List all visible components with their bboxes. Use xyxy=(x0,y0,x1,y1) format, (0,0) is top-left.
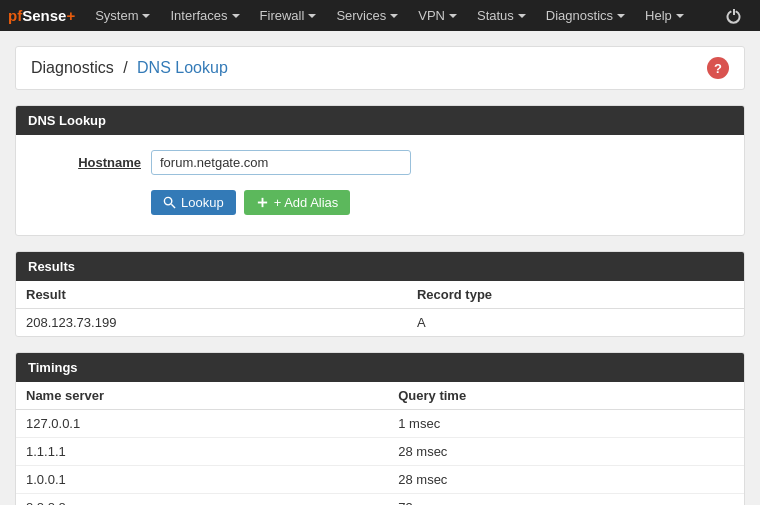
chevron-down-icon xyxy=(308,14,316,18)
hostname-form-group: Hostname xyxy=(31,150,729,175)
name-server-value: 1.1.1.1 xyxy=(16,438,388,466)
timings-col-server: Name server xyxy=(16,382,388,410)
results-panel: Results Result Record type 208.123.73.19… xyxy=(15,251,745,337)
chevron-down-icon xyxy=(232,14,240,18)
breadcrumb-parent: Diagnostics xyxy=(31,59,114,76)
navbar-right xyxy=(716,0,752,31)
plus-icon xyxy=(256,196,269,209)
svg-line-1 xyxy=(171,204,175,208)
chevron-down-icon xyxy=(518,14,526,18)
navbar: pfSense + System Interfaces Firewall Ser… xyxy=(0,0,760,31)
breadcrumb-current: DNS Lookup xyxy=(137,59,228,76)
chevron-down-icon xyxy=(617,14,625,18)
hostname-input[interactable] xyxy=(151,150,411,175)
dns-lookup-panel: DNS Lookup Hostname Lookup xyxy=(15,105,745,236)
table-row: 8.8.8.8 73 msec xyxy=(16,494,744,506)
results-table-head: Result Record type xyxy=(16,281,744,309)
chevron-down-icon xyxy=(142,14,150,18)
svg-point-0 xyxy=(164,197,171,204)
name-server-value: 8.8.8.8 xyxy=(16,494,388,506)
nav-item-services[interactable]: Services xyxy=(326,0,408,31)
record-type-value: A xyxy=(407,309,744,337)
timings-col-query: Query time xyxy=(388,382,744,410)
brand-plus: + xyxy=(66,7,75,24)
breadcrumb: Diagnostics / DNS Lookup ? xyxy=(15,46,745,90)
query-time-value: 1 msec xyxy=(388,410,744,438)
breadcrumb-separator: / xyxy=(123,59,127,76)
add-alias-button[interactable]: + Add Alias xyxy=(244,190,351,215)
lookup-button[interactable]: Lookup xyxy=(151,190,236,215)
dns-lookup-panel-body: Hostname Lookup + Add Alias xyxy=(16,135,744,235)
brand-logo[interactable]: pfSense + xyxy=(8,7,75,24)
results-panel-title: Results xyxy=(16,252,744,281)
nav-item-diagnostics[interactable]: Diagnostics xyxy=(536,0,635,31)
nav-item-interfaces[interactable]: Interfaces xyxy=(160,0,249,31)
table-row: 1.0.0.1 28 msec xyxy=(16,466,744,494)
action-buttons: Lookup + Add Alias xyxy=(31,185,729,220)
results-col-record-type: Record type xyxy=(407,281,744,309)
nav-item-status[interactable]: Status xyxy=(467,0,536,31)
brand-sense: Sense xyxy=(22,7,66,24)
results-table-body: 208.123.73.199 A xyxy=(16,309,744,337)
nav-item-help[interactable]: Help xyxy=(635,0,694,31)
nav-items: System Interfaces Firewall Services VPN … xyxy=(85,0,716,31)
query-time-value: 28 msec xyxy=(388,438,744,466)
chevron-down-icon xyxy=(676,14,684,18)
logout-button[interactable] xyxy=(716,0,752,31)
result-value: 208.123.73.199 xyxy=(16,309,407,337)
timings-table: Name server Query time 127.0.0.1 1 msec … xyxy=(16,382,744,505)
page-content: Diagnostics / DNS Lookup ? DNS Lookup Ho… xyxy=(0,31,760,505)
logout-icon xyxy=(726,8,742,24)
chevron-down-icon xyxy=(449,14,457,18)
timings-panel: Timings Name server Query time 127.0.0.1… xyxy=(15,352,745,505)
table-row: 127.0.0.1 1 msec xyxy=(16,410,744,438)
query-time-value: 28 msec xyxy=(388,466,744,494)
name-server-value: 127.0.0.1 xyxy=(16,410,388,438)
nav-item-vpn[interactable]: VPN xyxy=(408,0,467,31)
chevron-down-icon xyxy=(390,14,398,18)
breadcrumb-text: Diagnostics / DNS Lookup xyxy=(31,59,228,77)
timings-table-head: Name server Query time xyxy=(16,382,744,410)
results-col-result: Result xyxy=(16,281,407,309)
nav-item-system[interactable]: System xyxy=(85,0,160,31)
query-time-value: 73 msec xyxy=(388,494,744,506)
results-table: Result Record type 208.123.73.199 A xyxy=(16,281,744,336)
table-row: 208.123.73.199 A xyxy=(16,309,744,337)
nav-item-firewall[interactable]: Firewall xyxy=(250,0,327,31)
brand-pf: pf xyxy=(8,7,22,24)
name-server-value: 1.0.0.1 xyxy=(16,466,388,494)
help-button[interactable]: ? xyxy=(707,57,729,79)
dns-lookup-panel-title: DNS Lookup xyxy=(16,106,744,135)
timings-panel-title: Timings xyxy=(16,353,744,382)
table-row: 1.1.1.1 28 msec xyxy=(16,438,744,466)
hostname-label: Hostname xyxy=(31,155,151,170)
timings-table-body: 127.0.0.1 1 msec 1.1.1.1 28 msec 1.0.0.1… xyxy=(16,410,744,506)
search-icon xyxy=(163,196,176,209)
